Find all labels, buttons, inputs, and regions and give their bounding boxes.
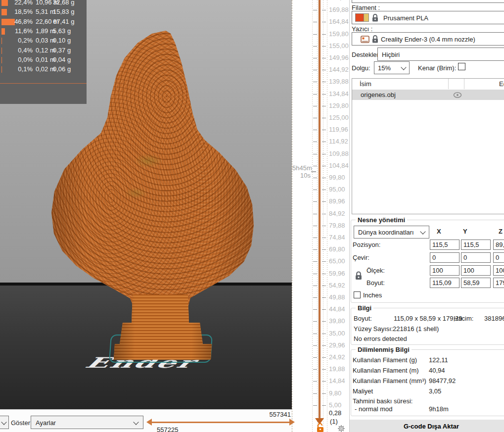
scale-tick	[322, 166, 326, 166]
slicer-app-window: { "legend": { "rows": [ { "bar_pct": 22.…	[0, 0, 504, 432]
sliced-row-label: Kullanılan Filament (g)	[353, 356, 417, 364]
scale-tick	[322, 130, 326, 130]
layer-height-label: 134,84	[329, 90, 349, 97]
sliced-row-label: Kullanılan Filament (mm³)	[353, 377, 426, 384]
list-name-header[interactable]: İsim	[360, 80, 371, 88]
layer-height-label: 155,00	[329, 42, 349, 49]
object-field-x[interactable]	[430, 252, 459, 263]
legend-divider	[0, 83, 87, 84]
legend-length: 1,89 m	[36, 27, 55, 35]
legend-weight: 0,04 g	[53, 56, 71, 63]
scale-tick	[322, 70, 326, 70]
legend-percent: 22,4%	[13, 0, 33, 6]
layer-height-label: 14,84	[329, 377, 345, 384]
scale-tick	[322, 118, 326, 118]
layer-height-label: 5,00	[329, 401, 341, 409]
object-field-x[interactable]	[430, 278, 459, 288]
legend-length: 5,31 m	[36, 8, 55, 15]
printer-combo[interactable]: Creality Ender-3 (0.4 mm nozzle)	[352, 32, 504, 46]
column-header-y: Y	[463, 228, 467, 235]
filament-combo[interactable]: Prusament PLA	[352, 11, 504, 24]
layer-height-label: 69,80	[329, 245, 345, 253]
export-gcode-button[interactable]: G-code Dışa Aktar	[350, 420, 504, 432]
scale-tick	[322, 357, 326, 358]
scale-tick	[322, 274, 326, 274]
clipped-top-field[interactable]	[352, 0, 504, 3]
coordinates-combo[interactable]: Dünya koordinatları	[354, 226, 429, 239]
scale-tick	[313, 46, 317, 47]
layer-height-label: 109,88	[329, 150, 349, 157]
scale-tick	[313, 130, 317, 130]
object-file-name: origenes.obj	[361, 91, 396, 98]
range-slider-left-arrow[interactable]	[146, 419, 152, 426]
object-field-z[interactable]	[493, 240, 504, 250]
layer-height-label: 84,92	[329, 210, 345, 217]
sliced-row-value: 3,05	[429, 387, 441, 395]
legend-bar	[1, 57, 2, 63]
layer-slider[interactable]: 174,92169,88164,84159,80155,00149,96144,…	[292, 0, 349, 432]
legend-percent: 0,1%	[13, 65, 33, 73]
scale-lock-icon[interactable]	[355, 271, 362, 280]
layer-height-label: 74,84	[329, 234, 345, 241]
ruler-dots	[323, 0, 323, 432]
list-edit-header[interactable]: Editing	[499, 80, 504, 88]
scale-tick	[313, 94, 317, 95]
supports-value: Hiçbiri	[382, 50, 400, 58]
scale-tick	[313, 405, 317, 406]
inches-checkbox[interactable]	[354, 291, 361, 298]
clipped-left-combo[interactable]	[0, 416, 9, 429]
eye-icon[interactable]	[453, 92, 462, 98]
range-slider-track[interactable]	[151, 422, 290, 423]
infill-label: Dolgu:	[352, 64, 370, 72]
scale-tick	[322, 34, 326, 35]
scale-tick	[322, 321, 326, 322]
legend-row: 0,0%0,01 m0,04 g	[0, 56, 87, 65]
list-item-origenes[interactable]: origenes.obj	[352, 90, 504, 100]
layer-height-label: 49,88	[329, 293, 345, 301]
object-field-z[interactable]	[493, 265, 504, 276]
scale-tick	[313, 106, 317, 106]
info-title: Bilgi	[356, 304, 373, 312]
object-field-y[interactable]	[461, 252, 491, 263]
object-field-x[interactable]	[430, 265, 459, 276]
infill-combo[interactable]: 15%	[374, 61, 410, 74]
scale-tick	[322, 309, 326, 310]
chevron-down-icon	[420, 229, 425, 234]
filament-color-swatch	[355, 13, 364, 22]
scale-tick	[313, 142, 317, 142]
legend-row: 46,8%22,60 m67,41 g	[0, 18, 87, 27]
view-mode-combo[interactable]: Ayarlar	[31, 416, 143, 429]
supports-combo[interactable]: Hiçbiri	[377, 48, 504, 61]
scale-tick	[313, 58, 317, 58]
legend-percent: 0,2%	[13, 37, 33, 44]
scale-tick	[322, 22, 326, 22]
object-row-label: Pozisyon:	[353, 241, 380, 248]
scale-tick	[313, 10, 317, 10]
scale-tick	[322, 249, 326, 250]
coordinates-value: Dünya koordinatları	[358, 229, 414, 236]
object-field-x[interactable]	[430, 240, 459, 250]
object-field-y[interactable]	[461, 278, 491, 288]
scale-tick	[322, 10, 326, 10]
sliced-row-value: 122,11	[429, 356, 448, 364]
gear-icon[interactable]	[337, 425, 345, 432]
object-field-y[interactable]	[461, 265, 491, 276]
object-field-z[interactable]	[493, 278, 504, 288]
unlock-icon[interactable]	[316, 423, 324, 432]
object-field-y[interactable]	[461, 240, 491, 250]
viewport-3d[interactable]: Ender 22,4%10,96 m32,68 g18,5%5,31 m15,8…	[0, 0, 292, 409]
legend-percent: 0,0%	[13, 56, 33, 63]
brim-checkbox[interactable]	[458, 63, 465, 70]
range-slider-right-arrow[interactable]	[289, 419, 295, 426]
layer-slider-track[interactable]	[319, 0, 321, 418]
legend-row: 22,4%10,96 m32,68 g	[0, 0, 87, 8]
layer-height-label: 9,80	[329, 389, 341, 397]
info-facets-label: Yüzey Sayısı:	[354, 325, 393, 333]
sliced-row-value: 98477,92	[429, 377, 456, 384]
object-manipulation-title: Nesne yönetimi	[356, 216, 407, 224]
layer-height-label: 169,88	[329, 6, 349, 13]
object-field-z[interactable]	[493, 252, 504, 263]
supports-label: Destekler:	[352, 51, 381, 58]
legend-bar	[1, 0, 8, 6]
legend-weight: 67,41 g	[53, 18, 74, 25]
